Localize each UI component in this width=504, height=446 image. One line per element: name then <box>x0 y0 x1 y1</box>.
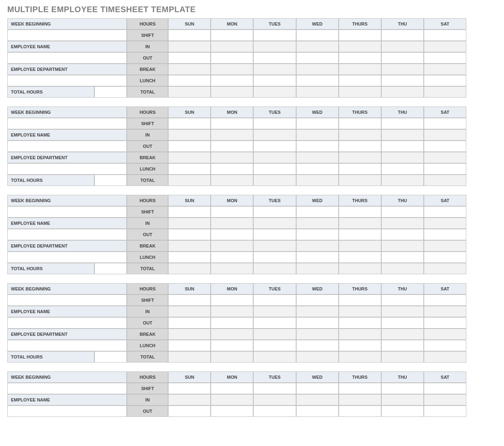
total-hours-value[interactable] <box>94 175 127 186</box>
cell-out-thu[interactable] <box>381 52 424 64</box>
cell-total-tues[interactable] <box>253 351 296 363</box>
cell-total-sun[interactable] <box>168 175 211 186</box>
cell-total-thu[interactable] <box>381 351 424 363</box>
cell-in-sat[interactable] <box>424 129 466 141</box>
employee_department-value[interactable] <box>7 75 127 86</box>
cell-lunch-thu[interactable] <box>381 163 424 175</box>
cell-out-mon[interactable] <box>211 229 253 240</box>
cell-in-sun[interactable] <box>168 218 211 229</box>
cell-in-thu[interactable] <box>381 41 424 52</box>
cell-total-mon[interactable] <box>211 263 253 274</box>
cell-in-sat[interactable] <box>424 218 466 229</box>
employee_department-value[interactable] <box>7 252 127 263</box>
cell-lunch-thurs[interactable] <box>339 163 381 175</box>
cell-lunch-sun[interactable] <box>168 340 211 351</box>
cell-total-thu[interactable] <box>381 263 424 274</box>
employee_name-value[interactable] <box>7 52 127 64</box>
cell-lunch-wed[interactable] <box>296 340 339 351</box>
cell-total-sun[interactable] <box>168 86 211 98</box>
cell-shift-sun[interactable] <box>168 206 211 218</box>
cell-out-tues[interactable] <box>253 317 296 329</box>
cell-total-sat[interactable] <box>424 86 466 98</box>
week_beginning-value[interactable] <box>7 206 127 218</box>
cell-shift-mon[interactable] <box>211 30 253 41</box>
cell-total-tues[interactable] <box>253 263 296 274</box>
cell-out-sat[interactable] <box>424 405 466 417</box>
cell-in-tues[interactable] <box>253 306 296 317</box>
cell-shift-tues[interactable] <box>253 118 296 129</box>
cell-shift-sat[interactable] <box>424 118 466 129</box>
cell-out-thurs[interactable] <box>339 405 381 417</box>
cell-shift-thu[interactable] <box>381 118 424 129</box>
cell-total-thurs[interactable] <box>339 175 381 186</box>
cell-shift-thurs[interactable] <box>339 118 381 129</box>
cell-lunch-tues[interactable] <box>253 340 296 351</box>
cell-break-mon[interactable] <box>211 240 253 252</box>
cell-break-sat[interactable] <box>424 64 466 75</box>
cell-total-mon[interactable] <box>211 86 253 98</box>
cell-break-thu[interactable] <box>381 329 424 340</box>
cell-out-wed[interactable] <box>296 317 339 329</box>
cell-in-wed[interactable] <box>296 218 339 229</box>
cell-in-mon[interactable] <box>211 306 253 317</box>
cell-in-sat[interactable] <box>424 394 466 405</box>
cell-in-wed[interactable] <box>296 129 339 141</box>
cell-lunch-thu[interactable] <box>381 340 424 351</box>
cell-in-thu[interactable] <box>381 129 424 141</box>
cell-out-mon[interactable] <box>211 141 253 152</box>
cell-in-sun[interactable] <box>168 306 211 317</box>
cell-break-sun[interactable] <box>168 64 211 75</box>
cell-shift-sun[interactable] <box>168 30 211 41</box>
cell-in-tues[interactable] <box>253 218 296 229</box>
cell-break-thu[interactable] <box>381 64 424 75</box>
cell-lunch-sun[interactable] <box>168 252 211 263</box>
cell-lunch-thurs[interactable] <box>339 75 381 86</box>
cell-shift-thu[interactable] <box>381 294 424 306</box>
cell-break-tues[interactable] <box>253 64 296 75</box>
cell-out-sun[interactable] <box>168 229 211 240</box>
cell-in-thurs[interactable] <box>339 41 381 52</box>
cell-break-sat[interactable] <box>424 152 466 163</box>
cell-total-mon[interactable] <box>211 175 253 186</box>
cell-lunch-tues[interactable] <box>253 252 296 263</box>
cell-out-mon[interactable] <box>211 405 253 417</box>
cell-out-tues[interactable] <box>253 52 296 64</box>
cell-total-sat[interactable] <box>424 263 466 274</box>
cell-in-mon[interactable] <box>211 218 253 229</box>
cell-lunch-sat[interactable] <box>424 252 466 263</box>
cell-shift-wed[interactable] <box>296 294 339 306</box>
cell-lunch-sat[interactable] <box>424 340 466 351</box>
cell-in-wed[interactable] <box>296 394 339 405</box>
cell-in-mon[interactable] <box>211 41 253 52</box>
cell-shift-wed[interactable] <box>296 383 339 394</box>
cell-shift-thu[interactable] <box>381 206 424 218</box>
cell-in-sat[interactable] <box>424 306 466 317</box>
cell-shift-sun[interactable] <box>168 118 211 129</box>
cell-lunch-thu[interactable] <box>381 252 424 263</box>
cell-out-sun[interactable] <box>168 405 211 417</box>
cell-shift-mon[interactable] <box>211 294 253 306</box>
cell-in-thurs[interactable] <box>339 394 381 405</box>
total-hours-value[interactable] <box>94 263 127 274</box>
total-hours-value[interactable] <box>94 351 127 363</box>
cell-out-tues[interactable] <box>253 229 296 240</box>
cell-break-wed[interactable] <box>296 240 339 252</box>
cell-break-thurs[interactable] <box>339 240 381 252</box>
cell-total-thurs[interactable] <box>339 86 381 98</box>
cell-break-sun[interactable] <box>168 240 211 252</box>
cell-lunch-wed[interactable] <box>296 252 339 263</box>
cell-out-mon[interactable] <box>211 52 253 64</box>
cell-shift-sun[interactable] <box>168 294 211 306</box>
employee_name-value[interactable] <box>7 317 127 329</box>
cell-out-wed[interactable] <box>296 52 339 64</box>
cell-total-sun[interactable] <box>168 351 211 363</box>
cell-break-thurs[interactable] <box>339 64 381 75</box>
cell-in-wed[interactable] <box>296 306 339 317</box>
cell-shift-thurs[interactable] <box>339 30 381 41</box>
cell-shift-sat[interactable] <box>424 30 466 41</box>
cell-break-thurs[interactable] <box>339 329 381 340</box>
cell-shift-sat[interactable] <box>424 383 466 394</box>
cell-out-sat[interactable] <box>424 141 466 152</box>
cell-shift-tues[interactable] <box>253 206 296 218</box>
cell-shift-mon[interactable] <box>211 118 253 129</box>
